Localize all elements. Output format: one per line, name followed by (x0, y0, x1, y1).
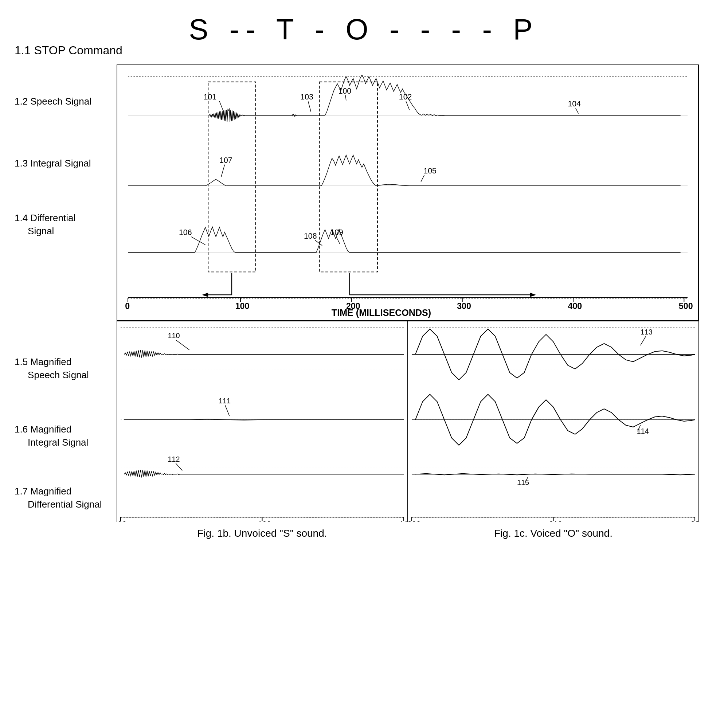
svg-text:100: 100 (338, 87, 351, 95)
bottom-left-panel: 110 111 112 90 (116, 321, 408, 522)
svg-line-25 (191, 237, 205, 245)
integral-signal-label: 1.3 Integral Signal (15, 157, 91, 170)
figure-captions: Fig. 1b. Unvoiced "S" sound. Fig. 1c. Vo… (116, 527, 699, 539)
svg-line-56 (176, 340, 190, 350)
svg-text:500: 500 (679, 301, 693, 311)
svg-text:109: 109 (330, 228, 343, 237)
svg-text:TIME (MILLISECONDS): TIME (MILLISECONDS) (332, 307, 431, 318)
svg-text:110: 110 (399, 520, 407, 522)
speech-signal-label: 1.2 Speech Signal (15, 95, 92, 108)
svg-text:210: 210 (549, 520, 563, 522)
svg-text:111: 111 (219, 397, 231, 405)
svg-text:110: 110 (168, 332, 180, 339)
svg-marker-48 (202, 293, 208, 297)
svg-text:107: 107 (219, 156, 232, 165)
svg-text:112: 112 (168, 455, 180, 463)
svg-line-12 (346, 95, 346, 100)
magnified-differential-label: 1.7 Magnified Differential Signal (15, 485, 102, 511)
svg-line-16 (576, 108, 579, 113)
svg-text:115: 115 (517, 478, 529, 486)
svg-text:114: 114 (637, 427, 649, 435)
svg-line-30 (336, 237, 340, 244)
svg-text:90: 90 (118, 520, 127, 522)
bottom-section: 110 111 112 90 (116, 321, 699, 522)
main-chart-svg: 101 103 100 102 104 (117, 65, 698, 320)
svg-text:300: 300 (457, 301, 471, 311)
section-label: 1.1 STOP Command (15, 44, 122, 57)
svg-text:400: 400 (568, 301, 582, 311)
page-container: S -- T - O - - - - P 1.1 STOP Command 1.… (0, 0, 728, 720)
svg-text:104: 104 (568, 99, 581, 108)
svg-line-10 (308, 101, 311, 112)
svg-text:0: 0 (125, 301, 130, 311)
svg-text:102: 102 (399, 93, 412, 101)
svg-line-22 (421, 175, 425, 182)
svg-line-28 (315, 240, 322, 245)
svg-text:108: 108 (304, 232, 317, 240)
svg-line-6 (219, 101, 223, 110)
svg-rect-47 (320, 82, 378, 272)
magnified-integral-label: 1.6 Magnified Integral Signal (15, 423, 88, 449)
svg-text:220: 220 (690, 520, 699, 522)
svg-text:106: 106 (179, 228, 192, 237)
svg-line-76 (641, 336, 646, 345)
svg-text:101: 101 (204, 93, 216, 101)
svg-text:105: 105 (424, 167, 436, 175)
svg-line-19 (221, 165, 225, 177)
svg-text:103: 103 (300, 93, 313, 101)
svg-marker-49 (530, 293, 536, 297)
svg-line-14 (406, 101, 410, 110)
fig1c-caption: Fig. 1c. Voiced "O" sound. (408, 527, 699, 539)
svg-text:113: 113 (641, 328, 653, 336)
differential-signal-label: 1.4 Differential Signal (15, 211, 75, 238)
svg-text:100: 100 (236, 301, 249, 311)
svg-text:100: 100 (258, 520, 271, 522)
page-title: S -- T - O - - - - P (15, 13, 713, 46)
svg-line-59 (225, 405, 229, 416)
svg-text:200: 200 (408, 520, 421, 522)
fig1b-caption: Fig. 1b. Unvoiced "S" sound. (116, 527, 408, 539)
magnified-speech-label: 1.5 Magnified Speech Signal (15, 355, 89, 382)
bottom-right-panel: 113 114 115 200 (408, 321, 699, 522)
main-chart: 101 103 100 102 104 (116, 64, 699, 321)
